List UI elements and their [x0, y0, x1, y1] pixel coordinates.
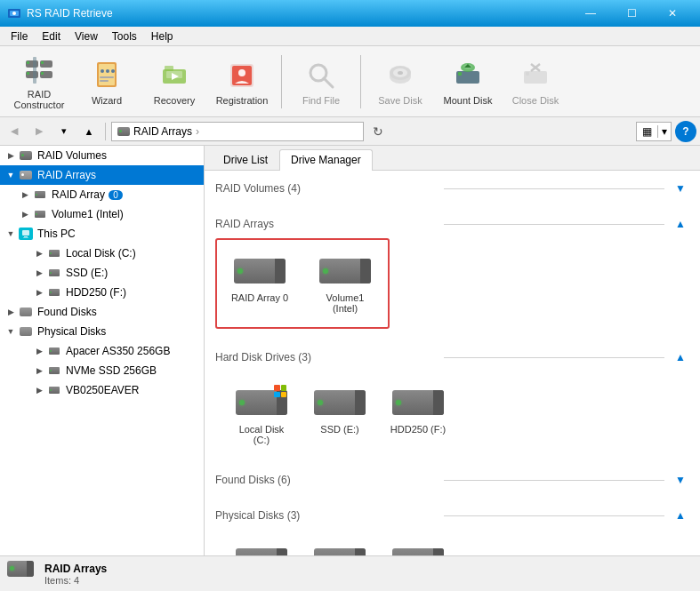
tab-drive-list[interactable]: Drive List	[212, 149, 279, 170]
svg-rect-40	[22, 230, 29, 236]
this-pc-icon	[18, 226, 34, 242]
back-button[interactable]: ◀	[4, 121, 25, 142]
up-button[interactable]: ▲	[78, 121, 100, 142]
sidebar-item-volume1-intel[interactable]: ▶ Volume1 (Intel)	[0, 204, 204, 224]
recovery-button[interactable]: Recovery	[142, 51, 206, 113]
expand-raid-array-0[interactable]: ▶	[18, 188, 32, 202]
menu-file[interactable]: File	[4, 28, 35, 44]
physical-disks-toggle[interactable]: ▲	[672, 507, 689, 524]
toolbar-separator-1	[281, 55, 282, 108]
maximize-button[interactable]: ☐	[611, 0, 652, 27]
drive-item-volume1-intel[interactable]: Volume1 (Intel)	[310, 247, 381, 320]
nvme-ssd-drive-icon	[311, 543, 368, 555]
breadcrumb-arrow: ›	[196, 125, 199, 138]
expand-vb0250eaver[interactable]: ▶	[32, 383, 46, 397]
sidebar-apacer-label: Apacer AS350 256GB	[66, 345, 170, 357]
found-disks-header: Found Disks (6) ▼	[215, 466, 689, 494]
raid-arrays-toggle[interactable]: ▲	[672, 215, 689, 233]
menu-help[interactable]: Help	[144, 28, 181, 44]
svg-rect-20	[165, 66, 173, 71]
drive-item-local-disk-c[interactable]: Local Disk (C:)	[226, 379, 297, 451]
registration-button[interactable]: Registration	[210, 51, 274, 113]
forward-button[interactable]: ▶	[28, 121, 50, 142]
sidebar-vb0250eaver-label: VB0250EAVER	[66, 384, 140, 396]
address-input[interactable]: RAID Arrays ›	[111, 122, 364, 141]
expand-raid-arrays[interactable]: ▼	[4, 168, 18, 182]
expand-this-pc[interactable]: ▼	[4, 227, 18, 241]
menu-tools[interactable]: Tools	[105, 28, 144, 44]
sidebar-item-vb0250eaver[interactable]: ▶ VB0250EAVER	[0, 380, 204, 400]
sidebar-local-disk-c-label: Local Disk (C:)	[66, 247, 136, 260]
drive-item-nvme-ssd[interactable]: NVMe SSD	[304, 537, 375, 555]
sidebar-item-physical-disks[interactable]: ▼ Physical Disks	[0, 322, 204, 341]
sections-container: RAID Volumes (4) ▼ RAID Arrays ▲	[205, 171, 700, 555]
expand-raid-volumes[interactable]: ▶	[4, 148, 18, 163]
ssd-e-icon	[46, 265, 62, 281]
expand-hdd250-f[interactable]: ▶	[32, 285, 46, 299]
sidebar-item-nvme-ssd[interactable]: ▶ NVMe SSD 256GB	[0, 361, 204, 380]
expand-found-disks[interactable]: ▶	[4, 305, 18, 319]
mount-disk-button[interactable]: Mount Disk	[436, 51, 500, 113]
find-file-button[interactable]: Find File	[289, 51, 353, 113]
sidebar-item-raid-array-0[interactable]: ▶ RAID Array 0	[0, 185, 204, 204]
sidebar-item-this-pc[interactable]: ▼ This PC	[0, 224, 204, 244]
expand-volume1-intel[interactable]: ▶	[18, 207, 32, 221]
expand-nvme[interactable]: ▶	[32, 363, 46, 378]
minimize-button[interactable]: —	[570, 0, 611, 27]
refresh-button[interactable]: ↻	[367, 121, 389, 142]
vb0250eaver-drive-icon	[390, 543, 447, 555]
expand-local-disk-c[interactable]: ▶	[32, 246, 46, 260]
svg-rect-17	[100, 76, 114, 78]
drive-item-apacer-as350[interactable]: Apacer AS350	[226, 537, 297, 555]
drive-label-hdd250-f: HDD250 (F:)	[390, 424, 446, 435]
find-file-label: Find File	[302, 95, 340, 106]
drive-item-vb0250eaver[interactable]: VB0250EAVER	[382, 537, 454, 555]
hdd-shape-nvme	[314, 548, 366, 555]
close-disk-icon	[518, 58, 553, 93]
svg-rect-37	[526, 72, 529, 76]
toolbar: RAID Constructor Wizard R	[0, 46, 700, 117]
svg-rect-18	[100, 80, 109, 82]
status-detail: Items: 4	[44, 575, 107, 586]
hard-disk-drives-toggle[interactable]: ▲	[672, 348, 689, 366]
nvme-icon	[46, 363, 62, 379]
view-toggle[interactable]: ▦ ▾	[636, 122, 672, 141]
raid-arrays-icon	[18, 167, 34, 183]
sidebar-item-hdd250-f[interactable]: ▶ HDD250 (F:)	[0, 283, 204, 302]
sidebar-physical-disks-label: Physical Disks	[37, 325, 106, 338]
title-bar: RS RAID Retrieve — ☐ ✕	[0, 0, 700, 27]
sidebar-item-local-disk-c[interactable]: ▶ Local Disk (C:)	[0, 244, 204, 263]
down-button[interactable]: ▾	[53, 121, 75, 142]
sidebar-item-apacer-as350[interactable]: ▶ Apacer AS350 256GB	[0, 341, 204, 361]
help-button[interactable]: ?	[675, 121, 696, 142]
apacer-as350-drive-icon	[233, 543, 290, 555]
sidebar-item-ssd-e[interactable]: ▶ SSD (E:)	[0, 263, 204, 283]
drive-item-ssd-e[interactable]: SSD (E:)	[304, 379, 375, 451]
sidebar-item-raid-arrays[interactable]: ▼ RAID Arrays	[0, 165, 204, 185]
menu-edit[interactable]: Edit	[35, 28, 68, 44]
expand-ssd-e[interactable]: ▶	[32, 266, 46, 280]
app-icon	[7, 6, 21, 20]
tab-drive-manager[interactable]: Drive Manager	[279, 149, 373, 171]
close-disk-button[interactable]: Close Disk	[503, 51, 567, 113]
raid-constructor-button[interactable]: RAID Constructor	[7, 51, 71, 113]
sidebar-item-raid-volumes[interactable]: ▶ RAID Volumes	[0, 146, 204, 165]
vb0250eaver-icon	[46, 382, 62, 398]
drive-item-raid-array-0[interactable]: RAID Array 0	[224, 247, 295, 320]
found-disks-toggle[interactable]: ▼	[672, 471, 689, 489]
wizard-button[interactable]: Wizard	[75, 51, 139, 113]
close-button[interactable]: ✕	[652, 0, 693, 27]
view-list-icon[interactable]: ▦	[637, 125, 658, 138]
expand-apacer[interactable]: ▶	[32, 344, 46, 358]
sidebar-nvme-label: NVMe SSD 256GB	[66, 364, 157, 377]
expand-physical-disks[interactable]: ▼	[4, 324, 18, 339]
drive-item-hdd250-f[interactable]: HDD250 (F:)	[382, 379, 454, 451]
volume1-intel-drive-icon	[317, 253, 374, 289]
sidebar-item-found-disks[interactable]: ▶ Found Disks	[0, 302, 204, 322]
menu-view[interactable]: View	[68, 28, 105, 44]
save-disk-button[interactable]: Save Disk	[368, 51, 432, 113]
svg-rect-4	[27, 61, 29, 64]
view-dropdown-icon[interactable]: ▾	[658, 125, 671, 138]
drive-label-ssd-e: SSD (E:)	[320, 424, 358, 435]
raid-volumes-toggle[interactable]: ▼	[672, 180, 689, 197]
